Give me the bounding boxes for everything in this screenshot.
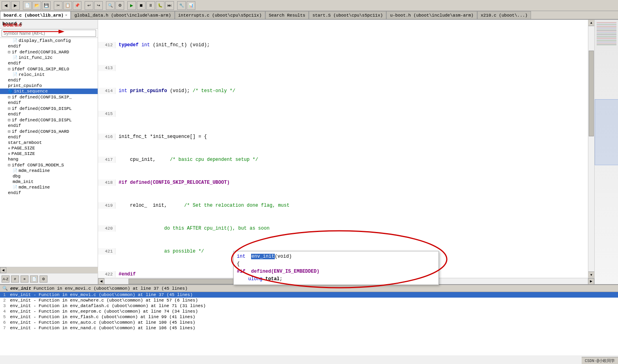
- step-button[interactable]: ⏭: [165, 1, 174, 10]
- code-line-420: 420 do this AFTER cpu_init(), but as soo…: [98, 225, 588, 232]
- sidebar-item-dbg[interactable]: dbg: [0, 174, 98, 179]
- sidebar-item-ifdef-skip-relo[interactable]: ⊟ ifdef CONFIG_SKIP_RELO: [0, 66, 98, 72]
- pause-button[interactable]: ⏸: [146, 1, 155, 10]
- scroll-track: [588, 26, 594, 272]
- tabbar: board.c (uboot\lib_arm) ✕ global_data.h …: [0, 11, 618, 20]
- sidebar-item-mdm-init[interactable]: mdm_init: [0, 179, 98, 185]
- minimap-content: [597, 22, 616, 46]
- scroll-up-btn[interactable]: ▲: [588, 20, 594, 26]
- sidebar-title: board.c: [0, 20, 98, 29]
- new-button[interactable]: 📄: [23, 1, 32, 10]
- sidebar-item-init-sequence[interactable]: 🔵 init_sequence: [0, 89, 98, 94]
- paste-button[interactable]: 📌: [73, 1, 81, 10]
- undo-button[interactable]: ↩: [85, 1, 93, 10]
- tab-u-boot-h[interactable]: u-boot.h (uboot\include\asm-arm): [386, 11, 477, 19]
- sidebar-item-endif-4[interactable]: endif: [0, 100, 98, 106]
- tab-board-c[interactable]: board.c (uboot\lib_arm) ✕: [0, 11, 71, 19]
- sidebar-item-page-size-1[interactable]: ❖ PAGE_SIZE: [0, 145, 98, 151]
- back-button[interactable]: ◀: [2, 1, 10, 10]
- tab-start-s[interactable]: start.S (uboot\cpu\s5pc11x): [309, 11, 386, 19]
- expand-icon-2: ⊟: [8, 66, 11, 72]
- sidebar-item-hang[interactable]: hang: [0, 157, 98, 162]
- result-header-text: Function in env_movi.c (uboot\common) at…: [34, 286, 187, 291]
- main-content: board.c 📄 display_flash_config endif ⊟ i…: [0, 20, 618, 355]
- sidebar-item-reloc-init[interactable]: 📄 reloc_init: [0, 72, 98, 77]
- sidebar-item-endif-3[interactable]: endif: [0, 77, 98, 83]
- file-button[interactable]: 📄: [30, 275, 38, 283]
- build-button[interactable]: 🔧: [177, 1, 186, 10]
- debug-button[interactable]: 🐛: [156, 1, 164, 10]
- scroll-down-btn[interactable]: ▼: [588, 272, 594, 278]
- result-item-5[interactable]: 5 env_init - Function in env_flash.c (ub…: [0, 314, 618, 320]
- scroll-thumb[interactable]: [589, 51, 594, 136]
- result-item-7[interactable]: 7 env_init - Function in env_nand.c (ubo…: [0, 325, 618, 331]
- minimap-viewport: [595, 99, 618, 165]
- sidebar-item-endif-8[interactable]: endif: [0, 190, 98, 196]
- func-icon-5: 📄: [13, 168, 17, 173]
- sidebar-item-endif-5[interactable]: endif: [0, 111, 98, 117]
- sidebar-item-endif-6[interactable]: endif: [0, 123, 98, 128]
- preview-line-1: int env_init(void): [234, 253, 438, 260]
- tab-search-results[interactable]: Search Results: [265, 11, 309, 19]
- tab-x210-c[interactable]: x210.c (uboot\...): [477, 11, 531, 19]
- forward-button[interactable]: ▶: [11, 1, 20, 10]
- result-item-1[interactable]: 1 env_init - Function in env_movi.c (ubo…: [0, 292, 618, 298]
- sidebar-item-page-size-2[interactable]: ❖ PAGE_SIZE: [0, 151, 98, 157]
- code-lines: 412 typedef int (init_fnc_t) (void); 413…: [98, 20, 588, 278]
- run-button[interactable]: ▶: [127, 1, 136, 10]
- symbol-search-input[interactable]: [2, 30, 96, 37]
- sidebar-item-mdm-readline-1[interactable]: 📄 mdm_readline: [0, 168, 98, 174]
- sidebar-item-ifdef-hard2[interactable]: ⊟ if defined(CONFIG_HARD: [0, 128, 98, 134]
- sidebar-item-ifdef-hard[interactable]: ⊟ if defined(CONFIG_HARD: [0, 49, 98, 55]
- hash-button[interactable]: #: [11, 275, 19, 283]
- stop-button[interactable]: ⏹: [137, 1, 146, 10]
- define-icon: ❖: [8, 146, 10, 151]
- sidebar-item-ifdef-displ1[interactable]: ⊟ if defined(CONFIG_DISPL: [0, 106, 98, 111]
- result-item-6[interactable]: 6 env_init - Function in env_auto.c (ubo…: [0, 320, 618, 325]
- scroll-right-h-btn[interactable]: ▶: [588, 278, 594, 285]
- sidebar-item-display-flash-config[interactable]: 📄 display_flash_config: [0, 38, 98, 43]
- save-button[interactable]: 💾: [42, 1, 51, 10]
- project-button[interactable]: 📊: [187, 1, 195, 10]
- result-item-4[interactable]: 4 env_init - Function in env_eeprom.c (u…: [0, 309, 618, 314]
- tab-interrupts-c[interactable]: interrupts.c (uboot\cpu\s5pc11x): [175, 11, 265, 19]
- sidebar-item-ifdef-modem[interactable]: ⊟ ifdef CONFIG_MODEM_S: [0, 162, 98, 168]
- editor-scrollbar-v[interactable]: ▲ ▼: [588, 20, 594, 278]
- toolbar: ◀ ▶ 📄 📂 💾 ✂ 📋 📌 ↩ ↪ 🔍 ⚙ ▶ ⏹ ⏸ 🐛 ⏭ 🔧 📊: [0, 0, 618, 11]
- sidebar-item-mdm-readline-2[interactable]: 📄 mdm_readline: [0, 185, 98, 190]
- sidebar-item-endif-2[interactable]: endif: [0, 60, 98, 66]
- settings-button[interactable]: ⚙: [115, 1, 124, 10]
- list-view-button[interactable]: ≡: [21, 275, 28, 283]
- sidebar-item-ifdef-skip2[interactable]: ⊟ if defined(CONFIG_SKIP_: [0, 94, 98, 100]
- tab-label: Search Results: [269, 13, 305, 18]
- code-line-416: 416 init_fnc_t *init_sequence[] = {: [98, 134, 588, 140]
- open-button[interactable]: 📂: [32, 1, 41, 10]
- code-line-413: 413: [98, 65, 588, 71]
- sidebar-bottom-toolbar: A-Z # ≡ 📄 ⚙: [0, 273, 98, 284]
- func-icon-2: 📄: [13, 55, 17, 60]
- settings2-button[interactable]: ⚙: [40, 275, 47, 283]
- search-button[interactable]: 🔍: [106, 1, 115, 10]
- expand-icon-5: ⊟: [8, 117, 11, 123]
- cut-button[interactable]: ✂: [54, 1, 62, 10]
- tab-global-data-h[interactable]: global_data.h (uboot\include\asm-arm): [71, 11, 174, 19]
- redo-button[interactable]: ↪: [94, 1, 103, 10]
- expand-icon-6: ⊟: [8, 129, 11, 134]
- sidebar-item-start-armboot[interactable]: start_armboot: [0, 140, 98, 145]
- expand-icon-4: ⊟: [8, 106, 11, 111]
- result-item-2[interactable]: 2 env_init - Function in env_nowhere.c (…: [0, 298, 618, 303]
- scroll-left-h-btn[interactable]: ◀: [98, 278, 104, 285]
- result-item-3[interactable]: 3 env_init - Function in env_dataflash.c…: [0, 303, 618, 309]
- sidebar-item-endif-1[interactable]: endif: [0, 43, 98, 49]
- copy-button[interactable]: 📋: [63, 1, 72, 10]
- code-editor[interactable]: 412 typedef int (init_fnc_t) (void); 413…: [98, 20, 594, 284]
- sidebar-item-print-cpuinfo[interactable]: print_cpuinfo: [0, 83, 98, 89]
- sidebar-item-ifdef-displ2[interactable]: ⊟ if defined(CONFIG_DISPL: [0, 117, 98, 123]
- scroll-left-button[interactable]: ◀: [0, 267, 6, 273]
- code-line-412: 412 typedef int (init_fnc_t) (void);: [98, 42, 588, 48]
- sidebar-item-endif-7[interactable]: endif: [0, 134, 98, 140]
- func-icon: 📄: [13, 38, 17, 43]
- sidebar-item-init-func-i2c[interactable]: 📄 init_func_i2c: [0, 55, 98, 60]
- alpha-sort-button[interactable]: A-Z: [2, 275, 9, 283]
- tab-close-icon[interactable]: ✕: [65, 13, 67, 17]
